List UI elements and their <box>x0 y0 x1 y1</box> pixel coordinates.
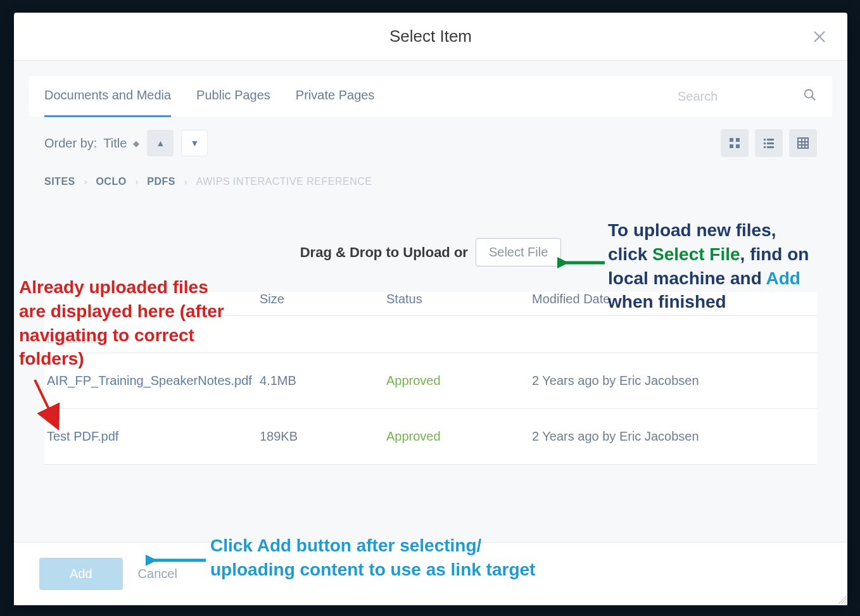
svg-point-2 <box>805 90 813 98</box>
svg-rect-5 <box>736 138 740 142</box>
breadcrumb-item[interactable]: SITES <box>44 176 75 187</box>
svg-line-21 <box>844 601 846 604</box>
chevron-right-icon: › <box>184 177 187 187</box>
svg-rect-14 <box>798 138 808 148</box>
svg-rect-9 <box>767 139 774 141</box>
svg-rect-12 <box>764 146 766 148</box>
col-modified[interactable]: Modified Date <box>532 292 817 306</box>
tab-private-pages[interactable]: Private Pages <box>296 75 375 117</box>
select-item-modal: Select Item Documents and Media Public P… <box>14 13 847 605</box>
svg-rect-4 <box>730 138 733 142</box>
chevron-right-icon: › <box>84 177 87 187</box>
view-table-button[interactable] <box>789 129 817 157</box>
file-size: 189KB <box>260 429 386 444</box>
file-modified: 2 Years ago by Eric Jacobsen <box>532 374 817 388</box>
file-status: Approved <box>386 429 532 444</box>
resize-grip-icon[interactable] <box>836 594 846 604</box>
add-button[interactable]: Add <box>39 558 123 590</box>
file-title: Test PDF.pdf <box>44 429 260 444</box>
search-input[interactable] <box>678 89 792 104</box>
breadcrumb-item-current: AWIPS INTERACTIVE REFERENCE <box>196 176 372 187</box>
tab-documents-media[interactable]: Documents and Media <box>44 75 171 117</box>
col-status[interactable]: Status <box>386 292 532 306</box>
col-size[interactable]: Size <box>260 292 386 306</box>
modal-footer: Add Cancel <box>14 542 847 605</box>
file-status: Approved <box>386 374 532 388</box>
svg-rect-11 <box>767 142 774 144</box>
chevron-right-icon: › <box>136 177 139 187</box>
cancel-button[interactable]: Cancel <box>138 567 177 581</box>
tab-public-pages[interactable]: Public Pages <box>196 75 270 117</box>
file-modified: 2 Years ago by Eric Jacobsen <box>532 429 817 444</box>
upload-text: Drag & Drop to Upload or <box>300 244 468 261</box>
view-grid-button[interactable] <box>721 129 749 157</box>
breadcrumb: SITES › OCLO › PDFS › AWIPS INTERACTIVE … <box>44 176 817 187</box>
svg-rect-8 <box>764 139 766 141</box>
breadcrumb-item[interactable]: PDFS <box>147 176 175 187</box>
sort-indicator-icon: ◆ <box>133 139 139 148</box>
file-table: Size Status Modified Date Documents AIR_… <box>44 292 817 465</box>
svg-line-20 <box>841 599 846 604</box>
close-icon <box>812 29 827 44</box>
close-button[interactable] <box>812 29 830 47</box>
modal-title: Select Item <box>389 27 472 46</box>
sort-asc-button[interactable]: ▲ <box>147 130 174 156</box>
list-icon <box>762 137 775 149</box>
modal-header: Select Item <box>14 13 847 61</box>
svg-rect-7 <box>736 144 740 148</box>
svg-rect-6 <box>730 144 733 148</box>
table-icon <box>797 137 809 149</box>
order-by[interactable]: Order by: Title ◆ <box>44 136 139 151</box>
svg-line-3 <box>812 97 816 101</box>
col-title <box>44 292 260 306</box>
tab-bar: Documents and Media Public Pages Private… <box>29 76 832 116</box>
order-field: Title <box>103 136 127 151</box>
section-label: Documents <box>44 316 817 353</box>
upload-area: Drag & Drop to Upload or Select File <box>14 238 847 267</box>
order-label: Order by: <box>44 136 97 151</box>
grid-icon <box>728 137 741 149</box>
table-row[interactable]: AIR_FP_Training_SpeakerNotes.pdf 4.1MB A… <box>44 353 817 409</box>
svg-rect-13 <box>767 146 774 148</box>
table-row[interactable]: Test PDF.pdf 189KB Approved 2 Years ago … <box>44 409 817 465</box>
table-header: Size Status Modified Date <box>44 292 817 316</box>
breadcrumb-item[interactable]: OCLO <box>96 176 126 187</box>
view-list-button[interactable] <box>755 129 783 157</box>
toolbar: Order by: Title ◆ ▲ ▼ <box>29 125 832 161</box>
search-icon[interactable] <box>803 88 817 104</box>
select-file-button[interactable]: Select File <box>476 238 561 267</box>
svg-rect-10 <box>764 142 766 144</box>
sort-desc-button[interactable]: ▼ <box>181 130 208 156</box>
file-size: 4.1MB <box>260 374 386 388</box>
file-title: AIR_FP_Training_SpeakerNotes.pdf <box>44 374 260 388</box>
